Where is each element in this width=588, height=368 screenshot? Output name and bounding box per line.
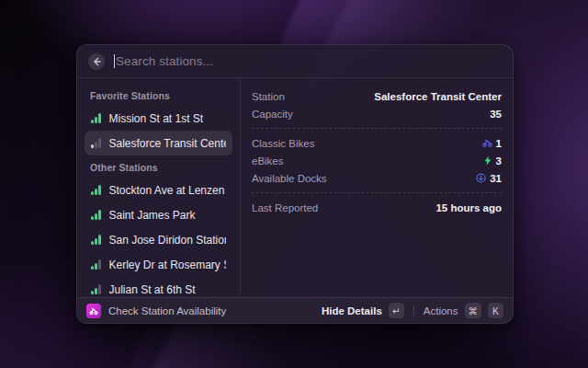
availability-bars-icon bbox=[91, 284, 101, 294]
search-input[interactable]: Search stations... bbox=[114, 45, 502, 77]
search-placeholder: Search stations... bbox=[116, 54, 213, 68]
detail-row-available-docks: Available Docks 31 bbox=[252, 169, 502, 187]
arrow-left-icon bbox=[92, 57, 101, 66]
detail-row-ebikes: eBikes 3 bbox=[252, 152, 502, 169]
availability-bars-icon bbox=[91, 138, 101, 148]
station-row-julian-st[interactable]: Julian St at 6th St bbox=[85, 277, 232, 297]
detail-row-station: Station Salesforce Transit Center bbox=[252, 87, 502, 105]
details-divider bbox=[252, 192, 502, 193]
search-bar: Search stations... bbox=[77, 45, 513, 78]
launcher-window: Search stations... Favorite Stations Mis… bbox=[76, 44, 514, 324]
dock-down-arrow-icon bbox=[476, 173, 486, 183]
section-header-other: Other Stations bbox=[85, 155, 232, 178]
extension-name: Check Station Availability bbox=[108, 305, 226, 316]
availability-bars-icon bbox=[91, 113, 101, 123]
actions-button[interactable]: Actions bbox=[424, 305, 458, 316]
availability-bars-icon bbox=[91, 210, 101, 220]
station-row-san-jose-diridon[interactable]: San Jose Diridon Station bbox=[85, 227, 232, 252]
details-panel: Station Salesforce Transit Center Capaci… bbox=[241, 78, 513, 297]
bolt-icon bbox=[483, 155, 492, 166]
availability-bars-icon bbox=[91, 185, 101, 195]
availability-bars-icon bbox=[91, 259, 101, 270]
k-key-badge[interactable]: K bbox=[488, 303, 503, 318]
detail-row-capacity: Capacity 35 bbox=[252, 105, 502, 122]
footer-separator bbox=[413, 305, 414, 316]
section-header-favorites: Favorite Stations bbox=[85, 84, 232, 106]
station-row-mission-st[interactable]: Mission St at 1st St bbox=[85, 106, 232, 131]
return-key-badge[interactable]: ↵ bbox=[389, 303, 404, 318]
footer-bar: Check Station Availability Hide Details … bbox=[77, 297, 513, 323]
detail-row-classic-bikes: Classic Bikes 1 bbox=[252, 134, 502, 152]
station-row-stockton-ave[interactable]: Stockton Ave at Lenzen Ave bbox=[85, 178, 232, 202]
hide-details-button[interactable]: Hide Details bbox=[322, 305, 382, 316]
station-row-saint-james-park[interactable]: Saint James Park bbox=[85, 202, 232, 227]
details-divider bbox=[252, 128, 502, 129]
text-cursor bbox=[114, 54, 115, 68]
back-button[interactable] bbox=[88, 53, 105, 70]
station-list: Favorite Stations Mission St at 1st St S… bbox=[77, 78, 241, 297]
station-row-kerley-dr[interactable]: Kerley Dr at Rosemary St bbox=[85, 252, 232, 277]
detail-row-last-reported: Last Reported 15 hours ago bbox=[252, 199, 502, 216]
station-row-salesforce-transit-center[interactable]: Salesforce Transit Center bbox=[85, 131, 232, 155]
extension-app-icon bbox=[86, 304, 101, 318]
availability-bars-icon bbox=[91, 235, 101, 245]
command-key-badge[interactable]: ⌘ bbox=[465, 303, 482, 318]
bike-icon bbox=[482, 138, 492, 148]
